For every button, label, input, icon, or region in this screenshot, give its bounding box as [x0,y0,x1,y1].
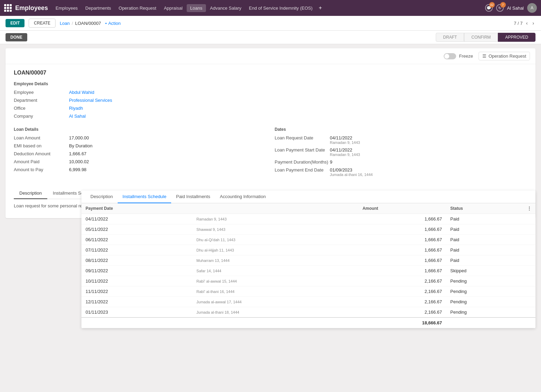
employee-details-grid: Employee Abdul Wahid Department Professi… [14,90,527,119]
department-value[interactable]: Professional Services [69,98,527,103]
menu-loans[interactable]: Loans [187,4,206,12]
row-options[interactable] [523,235,535,245]
overlay-tab-installments-schedule[interactable]: Installments Schedule [118,190,171,203]
hijri-date: Shawwal 9, 1443 [192,224,358,235]
payment-date: 07/11/2022 [81,245,192,255]
apps-icon[interactable] [4,4,12,12]
row-status: Paid [446,235,523,245]
row-options[interactable] [523,224,535,235]
menu-departments[interactable]: Departments [82,4,114,12]
card-toolbar: Freeze ☰ Operation Request [6,48,535,64]
row-amount: 1,666.67 [358,224,446,235]
menu-advance-salary[interactable]: Advance Salary [207,4,245,12]
office-value[interactable]: Riyadh [69,106,527,111]
table-row: 06/11/2022 Dhu al-Qi'dah 11, 1443 1,666.… [81,235,535,245]
app-brand[interactable]: Employees [4,4,48,12]
avatar[interactable]: A [527,3,537,13]
loan-payment-hijri: Ramadan 9, 1443 [330,153,527,157]
row-status: Paid [446,214,523,224]
hijri-date: Muharram 13, 1444 [192,255,358,266]
table-row: 07/11/2022 Dhu al-Hijjah 11, 1443 1,666.… [81,245,535,255]
row-amount: 2,166.67 [358,307,446,318]
row-options[interactable] [523,255,535,266]
loan-payment-end-label: Loan Payment End Date [275,167,330,177]
company-label: Company [14,114,69,119]
row-options[interactable] [523,297,535,307]
top-menu: Employees Departments Operation Request … [52,4,484,12]
payment-date: 04/11/2022 [81,214,192,224]
refresh-badge: 7 [500,2,506,8]
table-row: 01/11/2023 Jumada al-thani 18, 1444 2,16… [81,307,535,318]
overlay-tab-description[interactable]: Description [86,190,118,203]
amount-to-pay-label: Amount to Pay [14,167,69,172]
payment-date: 05/11/2022 [81,224,192,235]
row-options[interactable] [523,245,535,255]
chat-button[interactable]: 💬 42 [485,4,493,12]
hijri-date: Rabī' al-thani 16, 1444 [192,286,358,297]
total-amount: 18,666.67 [358,317,446,328]
hijri-date: Rabī' al-awwal 15, 1444 [192,276,358,286]
row-options[interactable] [523,286,535,297]
row-options[interactable] [523,266,535,276]
prev-page-button[interactable]: ‹ [525,20,529,27]
total-status [446,317,523,328]
deduction-label: Deduction Amount [14,151,69,156]
loan-payment-end-group: 01/09/2023 Jumada al-thani 16, 1444 [330,167,527,177]
workflow-approved[interactable]: APPROVED [498,33,535,42]
workflow-draft[interactable]: DRAFT [436,33,464,42]
breadcrumb-parent[interactable]: Loan [60,21,70,26]
table-row: 08/11/2022 Muharram 13, 1444 1,666.67 Pa… [81,255,535,266]
user-name[interactable]: Al Sahal [507,6,524,11]
edit-button[interactable]: EDIT [6,19,24,27]
row-status: Paid [446,245,523,255]
tab-description[interactable]: Description [14,188,47,199]
operation-request-button[interactable]: ☰ Operation Request [479,52,530,60]
department-label: Department [14,98,69,103]
table-row: 04/11/2022 Ramadan 9, 1443 1,666.67 Paid [81,214,535,224]
row-status: Paid [446,224,523,235]
employee-details-label: Employee Details [14,81,527,86]
hijri-date: Jumada al-awwal 17, 1444 [192,297,358,307]
freeze-switch[interactable] [444,53,456,59]
create-button[interactable]: CREATE [29,19,56,28]
loan-payment-start-value: 04/11/2022 [330,147,527,153]
loan-request-hijri: Ramadan 9, 1443 [330,140,527,145]
menu-employees[interactable]: Employees [52,4,81,12]
company-value[interactable]: Al Sahal [69,114,527,119]
payment-date: 01/11/2023 [81,307,192,318]
loan-request-date-label: Loan Request Date [275,135,330,145]
freeze-toggle[interactable]: Freeze [444,53,473,59]
menu-appraisal[interactable]: Appraisal [160,4,186,12]
payment-date: 11/11/2022 [81,286,192,297]
op-request-label: Operation Request [489,53,526,59]
overlay-tab-paid-installments[interactable]: Paid Installments [171,190,215,203]
row-status: Skipped [446,266,523,276]
loan-number: LOAN/00007 [14,70,527,76]
add-menu-icon[interactable]: + [317,5,324,11]
overlay-tab-accounting-information[interactable]: Accounting Information [215,190,270,203]
next-page-button[interactable]: › [531,20,535,27]
row-status: Pending [446,276,523,286]
loan-payment-end-value: 01/09/2023 [330,167,527,173]
row-options[interactable] [523,214,535,224]
refresh-button[interactable]: ↻ 7 [496,4,504,12]
loan-payment-start-group: 04/11/2022 Ramadan 9, 1443 [330,147,527,157]
loan-amount-label: Loan Amount [14,135,69,140]
list-icon: ☰ [482,53,486,59]
status-bar: DONE DRAFT CONFIRM APPROVED [0,31,541,44]
col-status: Status [446,203,523,214]
freeze-label: Freeze [459,53,473,59]
col-options[interactable]: ⋮ [523,203,535,214]
row-options[interactable] [523,307,535,318]
payment-duration-label: Payment Duration(Months) [275,159,330,165]
done-button[interactable]: DONE [6,33,27,41]
menu-operation-request[interactable]: Operation Request [115,4,160,12]
row-status: Pending [446,307,523,318]
employee-value[interactable]: Abdul Wahid [69,90,527,95]
row-options[interactable] [523,276,535,286]
menu-eos[interactable]: End of Service Indemnity (EOS) [246,4,316,12]
breadcrumb-current: LOAN/00007 [75,21,101,26]
action-dropdown[interactable]: Action [105,21,121,26]
workflow-confirm[interactable]: CONFIRM [464,33,498,42]
col-amount: Amount [358,203,446,214]
